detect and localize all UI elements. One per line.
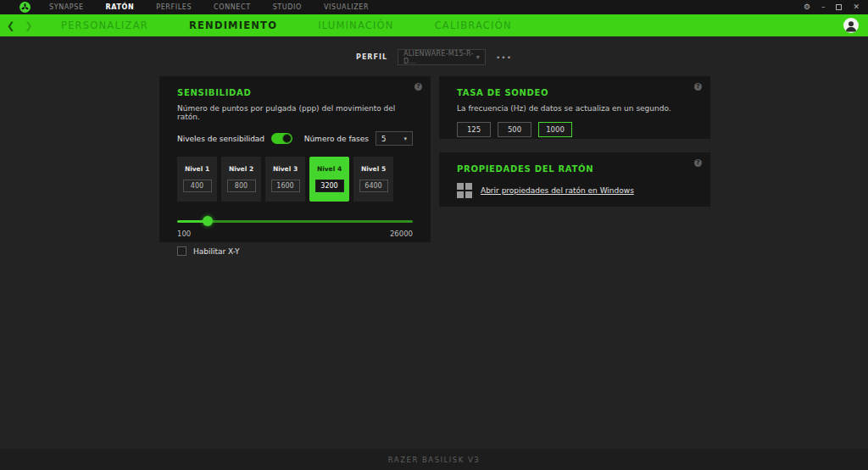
menu-item-visualizer[interactable]: VISUALIZER [324, 3, 369, 11]
section-tabs: PERSONALIZAR RENDIMIENTO ILUMINACIÓN CAL… [61, 19, 512, 31]
level-card-2[interactable]: Nivel 2 [221, 157, 261, 202]
slider-knob[interactable] [203, 216, 213, 226]
app-menu: SYNAPSE RATÓN PERFILES CONNECT STUDIO VI… [49, 3, 369, 11]
device-name: RAZER BASILISK V3 [388, 456, 480, 464]
level-label: Nivel 5 [361, 165, 386, 173]
polling-rate-panel: ? TASA DE SONDEO La frecuencia (Hz) de d… [439, 76, 710, 139]
profile-select[interactable]: ALIENWARE-M15-R-D... ▾ [398, 49, 486, 65]
tab-rendimiento[interactable]: RENDIMIENTO [189, 19, 277, 31]
open-windows-mouse-properties-link[interactable]: Abrir propiedades del ratón en Windows [481, 186, 634, 195]
back-arrow-icon[interactable]: ❮ [7, 21, 14, 30]
level-label: Nivel 2 [229, 165, 253, 173]
level-1-dpi-input[interactable] [183, 180, 212, 192]
enable-xy-checkbox[interactable] [177, 246, 186, 256]
mouse-properties-panel: ? PROPIEDADES DEL RATÓN Abrir propiedade… [439, 152, 710, 207]
profile-label: PERFIL [356, 53, 387, 61]
sensitivity-description: Número de puntos por pulgada (ppp) del m… [177, 104, 413, 121]
forward-arrow-icon[interactable]: ❯ [25, 21, 32, 30]
info-icon[interactable]: ? [415, 83, 422, 91]
razer-logo-icon [19, 2, 31, 13]
user-avatar[interactable] [843, 18, 859, 33]
level-label: Nivel 1 [185, 165, 209, 173]
slider-max-label: 26000 [390, 229, 413, 238]
person-icon [843, 18, 859, 33]
stages-select[interactable]: 5 ▾ [376, 131, 413, 146]
level-2-dpi-input[interactable] [227, 180, 256, 192]
chevron-down-icon: ▾ [476, 53, 480, 61]
level-card-3[interactable]: Nivel 3 [265, 157, 305, 202]
tab-personalizar[interactable]: PERSONALIZAR [61, 19, 148, 31]
razer-logo-wrap[interactable] [0, 2, 49, 13]
polling-title: TASA DE SONDEO [457, 88, 693, 97]
slider-scale: 100 26000 [177, 229, 413, 238]
profile-select-value: ALIENWARE-M15-R-D... [403, 50, 476, 65]
enable-xy-label: Habilitar X-Y [193, 247, 240, 256]
dpi-slider[interactable] [177, 216, 413, 226]
section-nav: ❮ ❯ PERSONALIZAR RENDIMIENTO ILUMINACIÓN… [0, 14, 868, 36]
toggle-knob [282, 134, 292, 143]
profile-more-button[interactable]: ••• [496, 53, 512, 62]
nav-arrows: ❮ ❯ [0, 21, 49, 30]
tab-iluminacion[interactable]: ILUMINACIÓN [318, 19, 394, 31]
polling-500-button[interactable]: 500 [498, 122, 531, 137]
level-card-5[interactable]: Nivel 5 [353, 157, 393, 202]
menu-item-synapse[interactable]: SYNAPSE [49, 3, 84, 11]
level-4-dpi-input[interactable] [315, 180, 344, 192]
stages-row: Número de fases 5 ▾ [304, 131, 413, 146]
sensitivity-stages-toggle[interactable] [271, 133, 292, 144]
polling-1000-button-selected[interactable]: 1000 [538, 122, 572, 137]
profile-row: PERFIL ALIENWARE-M15-R-D... ▾ ••• [0, 49, 868, 65]
properties-title: PROPIEDADES DEL RATÓN [457, 164, 693, 174]
triskelion-icon [20, 3, 30, 12]
minimize-icon[interactable]: – [821, 3, 826, 11]
menu-item-studio[interactable]: STUDIO [273, 3, 302, 11]
level-3-dpi-input[interactable] [271, 180, 300, 192]
maximize-icon[interactable] [836, 4, 842, 10]
polling-options: 125 500 1000 [457, 122, 693, 137]
dpi-levels: Nivel 1 Nivel 2 Nivel 3 Nivel 4 Nivel 5 [177, 157, 413, 202]
level-label: Nivel 3 [273, 165, 298, 173]
polling-description: La frecuencia (Hz) de datos se actualiza… [457, 104, 693, 113]
sensitivity-panel: ? SENSIBILIDAD Número de puntos por pulg… [159, 76, 431, 242]
level-card-4-selected[interactable]: Nivel 4 [309, 157, 349, 202]
sensitivity-toggle-row: Niveles de sensibilidad [177, 133, 292, 144]
windows-logo-icon [457, 183, 472, 198]
stages-label: Número de fases [304, 135, 369, 143]
sensitivity-title: SENSIBILIDAD [177, 88, 413, 97]
info-icon[interactable]: ? [694, 159, 702, 167]
properties-row: Abrir propiedades del ratón en Windows [457, 183, 693, 198]
level-5-dpi-input[interactable] [359, 180, 388, 192]
sensitivity-controls: Niveles de sensibilidad Número de fases … [177, 131, 413, 146]
device-footer: RAZER BASILISK V3 [0, 449, 868, 470]
stages-select-value: 5 [381, 135, 386, 143]
menu-item-connect[interactable]: CONNECT [214, 3, 251, 11]
level-card-1[interactable]: Nivel 1 [177, 157, 217, 202]
settings-gear-icon[interactable]: ⚙ [804, 3, 810, 11]
tab-calibracion[interactable]: CALIBRACIÓN [435, 19, 512, 31]
chevron-down-icon: ▾ [403, 135, 407, 142]
titlebar: SYNAPSE RATÓN PERFILES CONNECT STUDIO VI… [0, 0, 868, 14]
menu-item-raton[interactable]: RATÓN [106, 3, 135, 11]
toggle-label: Niveles de sensibilidad [177, 135, 264, 143]
slider-min-label: 100 [177, 229, 191, 238]
main-content: PERFIL ALIENWARE-M15-R-D... ▾ ••• ? SENS… [0, 36, 868, 449]
window-controls: ⚙ – ✕ [804, 3, 868, 11]
xy-checkbox-row: Habilitar X-Y [177, 246, 413, 256]
menu-item-perfiles[interactable]: PERFILES [156, 3, 192, 11]
info-icon[interactable]: ? [694, 83, 702, 91]
close-icon[interactable]: ✕ [853, 3, 860, 11]
polling-125-button[interactable]: 125 [457, 122, 491, 137]
level-label: Nivel 4 [317, 165, 342, 173]
